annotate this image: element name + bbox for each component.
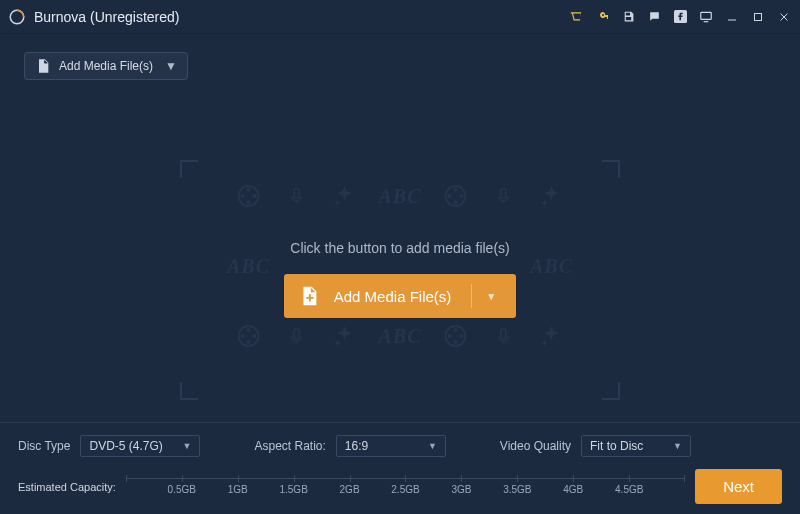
reel-icon — [234, 182, 262, 210]
disc-type-value: DVD-5 (4.7G) — [89, 439, 162, 453]
svg-rect-32 — [309, 294, 311, 301]
video-quality-select[interactable]: Fit to Disc ▼ — [581, 435, 691, 457]
sparkle-icon — [538, 322, 566, 350]
app-logo-icon — [8, 8, 26, 26]
disc-type-label: Disc Type — [18, 439, 70, 453]
ghost-abc: ABC — [378, 185, 421, 208]
add-media-big-button[interactable]: Add Media File(s) ▼ — [284, 274, 516, 318]
aspect-ratio-label: Aspect Ratio: — [254, 439, 325, 453]
svg-point-25 — [446, 326, 466, 346]
video-quality-value: Fit to Disc — [590, 439, 643, 453]
add-media-small-button[interactable]: Add Media File(s) ▼ — [24, 52, 188, 80]
svg-point-19 — [238, 326, 258, 346]
maximize-icon[interactable] — [750, 9, 766, 25]
close-icon[interactable] — [776, 9, 792, 25]
svg-rect-12 — [294, 189, 299, 199]
chat-icon[interactable] — [646, 9, 662, 25]
save-icon[interactable] — [620, 9, 636, 25]
app-title: Burnova (Unregistered) — [34, 9, 180, 25]
mic-icon — [282, 322, 310, 350]
reel-icon — [234, 322, 262, 350]
svg-point-22 — [246, 340, 250, 344]
svg-rect-30 — [501, 329, 506, 339]
ghost-abc: ABC — [530, 255, 573, 278]
disc-type-select[interactable]: DVD-5 (4.7G) ▼ — [80, 435, 200, 457]
svg-point-17 — [448, 194, 452, 198]
svg-point-20 — [246, 328, 250, 332]
next-button[interactable]: Next — [695, 469, 782, 504]
add-file-icon — [298, 285, 320, 307]
stage-message: Click the button to add media file(s) — [284, 240, 516, 256]
svg-point-11 — [240, 194, 244, 198]
titlebar: Burnova (Unregistered) — [0, 0, 800, 34]
key-icon[interactable] — [594, 9, 610, 25]
chevron-down-icon[interactable]: ▼ — [486, 291, 496, 302]
chevron-down-icon: ▼ — [165, 59, 177, 73]
bottom-bar: Disc Type DVD-5 (4.7G) ▼ Aspect Ratio: 1… — [0, 422, 800, 514]
svg-point-13 — [446, 186, 466, 206]
next-button-label: Next — [723, 478, 754, 495]
add-media-big-label: Add Media File(s) — [334, 288, 452, 305]
svg-point-27 — [460, 334, 464, 338]
svg-rect-2 — [701, 12, 712, 19]
sparkle-icon — [538, 182, 566, 210]
add-file-icon — [35, 58, 51, 74]
chevron-down-icon: ▼ — [673, 441, 682, 451]
aspect-ratio-value: 16:9 — [345, 439, 368, 453]
svg-rect-18 — [501, 189, 506, 199]
facebook-icon[interactable] — [672, 9, 688, 25]
svg-point-8 — [246, 188, 250, 192]
titlebar-actions — [568, 9, 792, 25]
main-stage: ABC ABC ABC ABC Click the button to add … — [24, 100, 776, 430]
ruler-tick-label: 1GB — [228, 484, 248, 495]
ruler-tick-label: 2GB — [340, 484, 360, 495]
monitor-icon[interactable] — [698, 9, 714, 25]
ghost-abc: ABC — [378, 325, 421, 348]
reel-icon — [442, 182, 470, 210]
svg-point-9 — [252, 194, 256, 198]
mic-icon — [490, 182, 518, 210]
svg-rect-6 — [43, 65, 44, 70]
svg-point-23 — [240, 334, 244, 338]
svg-point-26 — [454, 328, 458, 332]
ghost-row: ABC — [234, 322, 565, 350]
svg-point-29 — [448, 334, 452, 338]
svg-point-7 — [238, 186, 258, 206]
reel-icon — [442, 322, 470, 350]
svg-rect-3 — [728, 19, 736, 20]
svg-point-16 — [454, 200, 458, 204]
video-quality-label: Video Quality — [500, 439, 571, 453]
ruler-tick-label: 1.5GB — [279, 484, 307, 495]
svg-point-15 — [460, 194, 464, 198]
cart-icon[interactable] — [568, 9, 584, 25]
ruler-tick-label: 3.5GB — [503, 484, 531, 495]
svg-point-28 — [454, 340, 458, 344]
mic-icon — [282, 182, 310, 210]
aspect-ratio-select[interactable]: 16:9 ▼ — [336, 435, 446, 457]
chevron-down-icon: ▼ — [183, 441, 192, 451]
ruler-tick-label: 4.5GB — [615, 484, 643, 495]
chevron-down-icon: ▼ — [428, 441, 437, 451]
sparkle-icon — [330, 182, 358, 210]
svg-rect-4 — [755, 13, 762, 20]
svg-point-21 — [252, 334, 256, 338]
add-media-small-label: Add Media File(s) — [59, 59, 153, 73]
sparkle-icon — [330, 322, 358, 350]
ghost-row: ABC — [234, 182, 565, 210]
ruler-tick-label: 0.5GB — [168, 484, 196, 495]
capacity-ruler: 0.5GB1GB1.5GB2GB2.5GB3GB3.5GB4GB4.5GB — [126, 474, 685, 500]
capacity-label: Estimated Capacity: — [18, 481, 116, 493]
svg-point-14 — [454, 188, 458, 192]
toolbar: Add Media File(s) ▼ — [0, 34, 800, 80]
svg-rect-24 — [294, 329, 299, 339]
minimize-icon[interactable] — [724, 9, 740, 25]
ghost-abc: ABC — [227, 255, 270, 278]
mic-icon — [490, 322, 518, 350]
ruler-tick-label: 3GB — [451, 484, 471, 495]
svg-point-10 — [246, 200, 250, 204]
ruler-tick-label: 4GB — [563, 484, 583, 495]
ruler-tick-label: 2.5GB — [391, 484, 419, 495]
